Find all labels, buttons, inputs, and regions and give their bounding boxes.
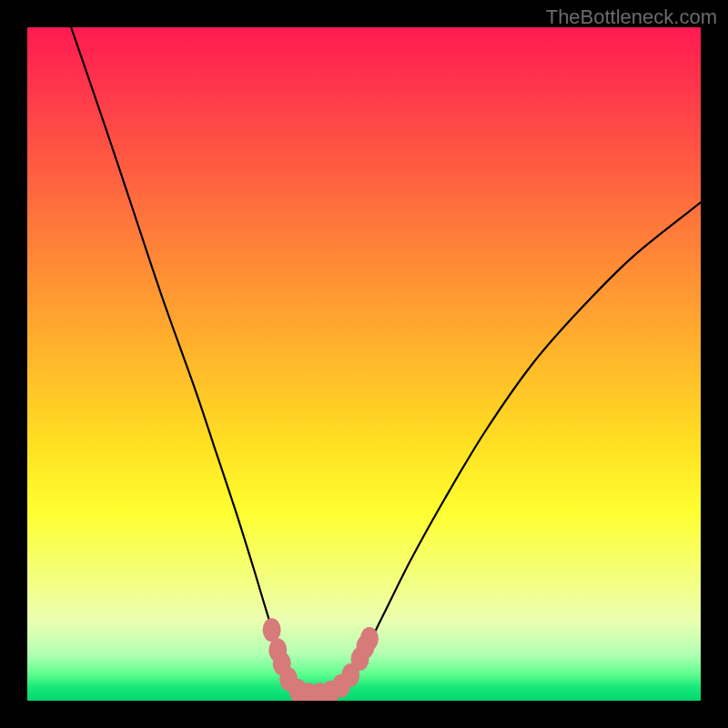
marker-dot: [360, 627, 379, 651]
highlight-markers: [263, 618, 379, 701]
chart-container: TheBottleneck.com: [0, 0, 728, 728]
plot-area: [27, 27, 701, 701]
marker-dot: [263, 618, 281, 642]
curve-layer: [27, 27, 701, 701]
marker-dot: [268, 639, 287, 662]
bottleneck-curve: [71, 27, 701, 696]
attribution-text: TheBottleneck.com: [546, 5, 717, 29]
